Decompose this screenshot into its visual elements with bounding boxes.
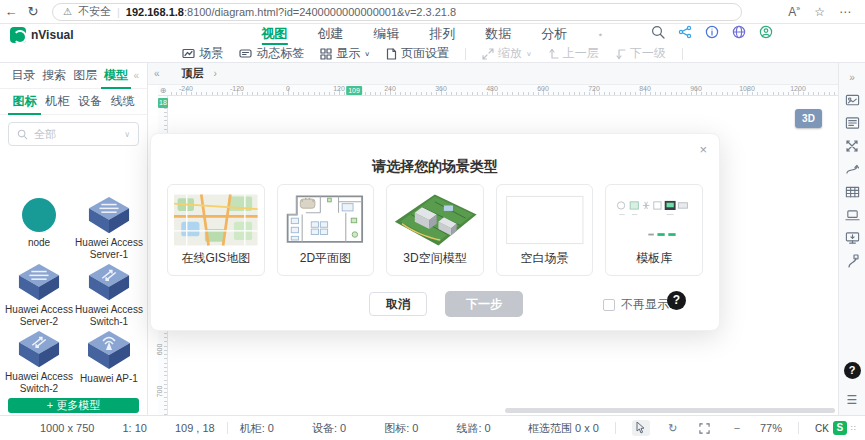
- toolbar-display-button[interactable]: 显示∨: [320, 45, 370, 62]
- nav-item-3[interactable]: 编辑: [373, 24, 399, 45]
- cursor-x-marker: 109: [346, 86, 362, 95]
- dont-show-checkbox[interactable]: [603, 299, 615, 311]
- nav-item-2[interactable]: 创建: [317, 24, 343, 45]
- connections-icon[interactable]: [843, 137, 861, 155]
- share-icon[interactable]: [678, 25, 692, 39]
- model-item-4[interactable]: Huawei Access Switch-1: [74, 260, 144, 327]
- app-name: nVisual: [31, 28, 73, 42]
- collapse-sidebar-icon[interactable]: «: [148, 68, 166, 79]
- model-label: Huawei Access Server-1: [74, 237, 144, 260]
- dont-show-again-option[interactable]: 不再显示: [603, 296, 669, 313]
- sidebar-subtab-3[interactable]: 设备: [74, 89, 107, 115]
- sidebar-tab-1[interactable]: 目录: [8, 63, 39, 89]
- collapse-panel-icon[interactable]: «: [131, 70, 139, 81]
- model-item-2[interactable]: Huawei Access Server-1: [74, 193, 144, 260]
- nav-item-6[interactable]: 分析: [541, 24, 567, 45]
- status-count-2: 设备: 0: [312, 421, 346, 436]
- apps-icon[interactable]: [732, 25, 746, 39]
- cable-icon[interactable]: [843, 252, 861, 270]
- table-icon[interactable]: [843, 183, 861, 201]
- collapse-right-icon[interactable]: »: [843, 68, 861, 86]
- status-info-1: 1000 x 750: [40, 422, 94, 434]
- scene-option-4[interactable]: 空白场景: [496, 184, 594, 276]
- ime-sogou-icon[interactable]: S: [833, 421, 847, 435]
- scene-option-label: 2D平面图: [278, 250, 374, 267]
- rail-icons: »: [839, 63, 865, 275]
- pointer-tool-icon[interactable]: [632, 420, 650, 436]
- monitor-share-icon[interactable]: [843, 229, 861, 247]
- zoom-out-icon[interactable]: −: [728, 420, 746, 436]
- scene-option-label: 空白场景: [497, 250, 593, 267]
- user-icon[interactable]: [759, 25, 773, 39]
- menu-icon[interactable]: ☰: [847, 393, 858, 407]
- sidebar-tab-4[interactable]: 模型: [101, 63, 132, 89]
- browser-more-icon[interactable]: ⋯: [839, 5, 851, 19]
- model-item-5[interactable]: Huawei Access Switch-2: [4, 327, 74, 394]
- scene-option-label: 在线GIS地图: [168, 250, 264, 267]
- ime-indicator[interactable]: CK S ∷: [815, 421, 857, 435]
- sidebar-subtab-4[interactable]: 线缆: [106, 89, 139, 115]
- info-icon[interactable]: [705, 25, 719, 39]
- horizontal-scrollbar[interactable]: [505, 408, 835, 413]
- more-models-button[interactable]: + 更多模型: [8, 398, 139, 413]
- scene-option-label: 模板库: [606, 250, 702, 267]
- sidebar-tabs: 目录搜索图层模型«: [0, 63, 147, 89]
- sidebar-tab-3[interactable]: 图层: [70, 63, 101, 89]
- next-button[interactable]: 下一步: [445, 291, 523, 317]
- breadcrumb[interactable]: 顶层: [182, 66, 204, 81]
- sidebar-subtab-2[interactable]: 机柜: [41, 89, 74, 115]
- scene-type-dialog: × 请选择您的场景类型 在线GIS地图2D平面图3D空间模型空白场景模板库 取消…: [150, 133, 720, 331]
- model-search-input[interactable]: 全部 ∨: [8, 122, 139, 146]
- model-item-6[interactable]: Huawei AP-1: [74, 327, 144, 394]
- details-card-icon[interactable]: [843, 91, 861, 109]
- nav-more-icon[interactable]: ⋆: [597, 29, 603, 40]
- help-button[interactable]: ?: [844, 362, 861, 379]
- laptop-icon[interactable]: [843, 206, 861, 224]
- toolbar-zoom-button[interactable]: 缩放∨: [482, 45, 532, 62]
- scene-option-3[interactable]: 3D空间模型: [386, 184, 484, 276]
- zoom-level[interactable]: 77%: [760, 422, 782, 434]
- dialog-help-button[interactable]: ?: [667, 291, 686, 310]
- selection-range: 框选范围 0 x 0: [528, 421, 599, 436]
- scene-option-label: 3D空间模型: [387, 250, 483, 267]
- route-icon[interactable]: [843, 160, 861, 178]
- scene-option-2[interactable]: 2D平面图: [277, 184, 375, 276]
- scene-option-5[interactable]: 模板库: [605, 184, 703, 276]
- sidebar-subtab-1[interactable]: 图标: [8, 89, 41, 115]
- model-item-7[interactable]: Huawei AP-2: [4, 394, 74, 397]
- toolbar-page-button[interactable]: 页面设置: [386, 45, 449, 62]
- browser-refresh-icon[interactable]: ↻: [22, 4, 44, 19]
- right-rail: » ? ☰: [838, 63, 865, 415]
- toggle-3d-button[interactable]: 3D: [795, 109, 822, 128]
- search-icon[interactable]: [651, 25, 665, 39]
- ruler-origin-icon: ⊕: [158, 85, 168, 96]
- toolbar-tag-button[interactable]: 动态标签: [239, 45, 304, 62]
- sidebar-subtabs: 图标机柜设备线缆: [0, 89, 147, 115]
- read-aloud-icon[interactable]: A»: [788, 5, 800, 19]
- nav-item-1[interactable]: 视图: [261, 24, 287, 45]
- nav-item-4[interactable]: 排列: [429, 24, 455, 45]
- list-panel-icon[interactable]: [843, 114, 861, 132]
- model-item-3[interactable]: Huawei Access Server-2: [4, 260, 74, 327]
- status-info-3: 109 , 18: [175, 422, 215, 434]
- address-bar[interactable]: ⚠ 不安全 | 192.168.1.8:8100/diagram.html?id…: [52, 3, 742, 21]
- horizontal-ruler: -240-12001202403604806007208409601080120…: [168, 85, 838, 96]
- fit-screen-icon[interactable]: [696, 420, 714, 436]
- favorite-star-icon[interactable]: ☆: [814, 5, 825, 19]
- app-logo[interactable]: nVisual: [0, 27, 73, 43]
- nav-item-5[interactable]: 数据: [485, 24, 511, 45]
- sidebar-tab-2[interactable]: 搜索: [39, 63, 70, 89]
- ime-grid-icon[interactable]: ∷: [851, 425, 857, 432]
- model-item-1[interactable]: node: [4, 193, 74, 260]
- toolbar-scene-button[interactable]: 场景: [182, 45, 223, 62]
- close-icon[interactable]: ×: [699, 142, 707, 157]
- scene-option-1[interactable]: 在线GIS地图: [167, 184, 265, 276]
- dialog-title: 请选择您的场景类型: [151, 158, 719, 176]
- model-label: Huawei Access Switch-1: [74, 304, 144, 327]
- cancel-button[interactable]: 取消: [369, 292, 427, 316]
- toolbar-layer-down-button[interactable]: 下一级: [615, 45, 666, 62]
- toolbar-layer-up-button[interactable]: 上一层: [548, 45, 599, 62]
- browser-back-icon[interactable]: ←: [0, 4, 22, 19]
- reset-view-icon[interactable]: ↻: [664, 420, 682, 436]
- model-item-8[interactable]: Huawei Convergence switch...: [74, 394, 144, 397]
